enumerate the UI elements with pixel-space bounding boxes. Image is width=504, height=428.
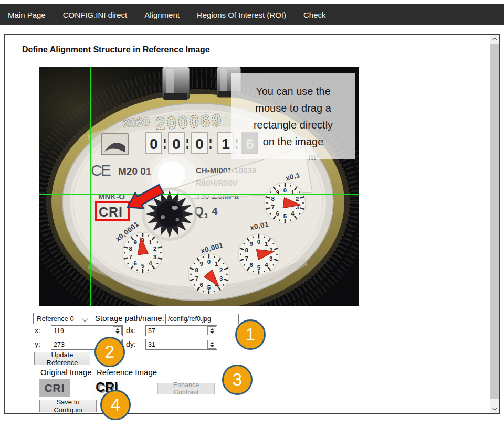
svg-text:4: 4	[149, 260, 152, 266]
reference-select-value: Reference 0	[37, 315, 74, 323]
x-label: x:	[35, 326, 40, 335]
step-badge-3: 3	[222, 365, 253, 395]
reference-select[interactable]: Reference 0	[33, 313, 91, 324]
update-reference-button[interactable]: Update Reference	[34, 352, 90, 365]
svg-text:4: 4	[265, 262, 268, 268]
enhance-contrast-button[interactable]: Enhance Contrast	[158, 383, 215, 394]
storage-path-label: Storage path/name:	[95, 314, 164, 323]
svg-text:0: 0	[172, 136, 181, 152]
chevron-up-icon	[492, 38, 498, 43]
dy-value: 31	[146, 341, 207, 348]
top-navbar: Main Page CONFIG.INI direct Alignment Re…	[0, 4, 504, 25]
dy-label: dy:	[126, 340, 136, 348]
meter-type-code: MNK-O	[98, 192, 125, 201]
step-2-number: 2	[105, 342, 114, 362]
svg-text:0: 0	[257, 239, 260, 245]
svg-text:2: 2	[153, 245, 156, 252]
storage-path-input[interactable]: /config/ref0.jpg	[165, 314, 239, 324]
step-badge-4: 4	[100, 390, 131, 420]
scroll-up-button[interactable]	[490, 35, 499, 44]
meter-etched-serial: 200069	[155, 110, 223, 133]
chevron-down-icon	[82, 316, 88, 322]
dx-label: dx:	[126, 326, 136, 335]
meter-ce-mark: CE	[91, 162, 111, 179]
step-4-number: 4	[111, 395, 120, 415]
svg-text:2: 2	[296, 196, 299, 202]
hint-overlay: You can use the mouse to drag a rectangl…	[231, 73, 355, 159]
svg-text:0: 0	[150, 136, 158, 152]
scroll-down-button[interactable]	[490, 404, 499, 413]
svg-text:9: 9	[200, 261, 203, 267]
dx-input[interactable]: 57	[145, 325, 217, 336]
storage-path-value: /config/ref0.jpg	[168, 315, 211, 323]
screen: Main Page CONFIG.INI direct Alignment Re…	[0, 0, 504, 428]
svg-text:4: 4	[291, 210, 295, 217]
svg-text:1: 1	[215, 261, 218, 267]
nav-main-page[interactable]: Main Page	[8, 10, 46, 19]
svg-text:5: 5	[207, 284, 211, 291]
original-thumb-text: CRI	[44, 382, 65, 394]
svg-text:3: 3	[219, 275, 223, 282]
svg-text:3: 3	[269, 255, 272, 262]
nav-check[interactable]: Check	[303, 10, 326, 19]
meter-q-sub: 3	[204, 212, 208, 220]
dy-input[interactable]: 31	[145, 339, 217, 350]
svg-text:5: 5	[257, 264, 261, 271]
meter-etched-year: 2020	[123, 114, 151, 130]
nav-config-ini-direct[interactable]: CONFIG.INI direct	[63, 10, 128, 19]
x-value: 119	[51, 327, 113, 335]
step-badge-2: 2	[94, 337, 125, 367]
svg-text:8: 8	[271, 196, 275, 202]
page-title: Define Alignment Structure in Reference …	[22, 45, 210, 55]
reference-image-canvas[interactable]: 2020 200069 00016 m³ CE M20 01 CH-MI001-…	[39, 67, 359, 306]
x-input[interactable]: 119	[51, 325, 123, 336]
svg-text:8: 8	[245, 247, 248, 253]
scrollbar-thumb[interactable]	[490, 44, 499, 399]
svg-text:1: 1	[222, 136, 230, 152]
svg-text:7: 7	[245, 255, 248, 262]
original-image-label: Original Image	[40, 368, 92, 377]
svg-text:1: 1	[149, 239, 152, 245]
chevron-down-icon	[492, 405, 498, 411]
svg-text:5: 5	[141, 263, 145, 269]
svg-text:8: 8	[129, 245, 132, 252]
dy-spinner[interactable]	[207, 340, 216, 349]
svg-text:3: 3	[153, 254, 156, 260]
svg-text:6: 6	[200, 282, 203, 288]
reference-image-label: Reference Image	[97, 368, 157, 377]
meter-q-value: 4	[212, 205, 218, 217]
svg-text:9: 9	[249, 241, 253, 247]
nav-regions-of-interest[interactable]: Regions Of Interest (ROI)	[197, 10, 286, 19]
svg-text:0: 0	[207, 259, 211, 265]
dx-value: 57	[146, 327, 207, 335]
svg-text:1: 1	[265, 241, 268, 247]
svg-text:8: 8	[195, 267, 198, 273]
svg-text:6: 6	[133, 260, 136, 266]
svg-text:7: 7	[129, 254, 132, 260]
y-label: y:	[35, 340, 40, 348]
svg-text:6: 6	[276, 210, 279, 217]
nav-alignment[interactable]: Alignment	[144, 10, 180, 19]
dx-spinner[interactable]	[207, 326, 216, 335]
svg-text:9: 9	[133, 239, 136, 245]
save-to-config-button[interactable]: Save to Config.ini	[39, 400, 97, 412]
meter-logo-icon	[101, 134, 129, 155]
step-badge-1: 1	[235, 319, 266, 350]
alignment-marker-text: CRI	[99, 205, 123, 219]
svg-text:7: 7	[195, 275, 198, 282]
vertical-scrollbar[interactable]	[490, 35, 499, 413]
original-image-thumbnail: CRI	[39, 379, 70, 397]
svg-text:0: 0	[195, 136, 204, 152]
step-3-number: 3	[233, 370, 242, 390]
svg-text:2: 2	[219, 267, 223, 273]
svg-text:7: 7	[271, 204, 274, 210]
svg-text:5: 5	[284, 213, 287, 219]
x-spinner[interactable]	[113, 326, 122, 335]
svg-text:6: 6	[249, 262, 253, 268]
svg-text:0: 0	[284, 187, 287, 194]
content-frame: Define Alignment Structure in Reference …	[4, 34, 500, 414]
step-1-number: 1	[246, 325, 255, 345]
